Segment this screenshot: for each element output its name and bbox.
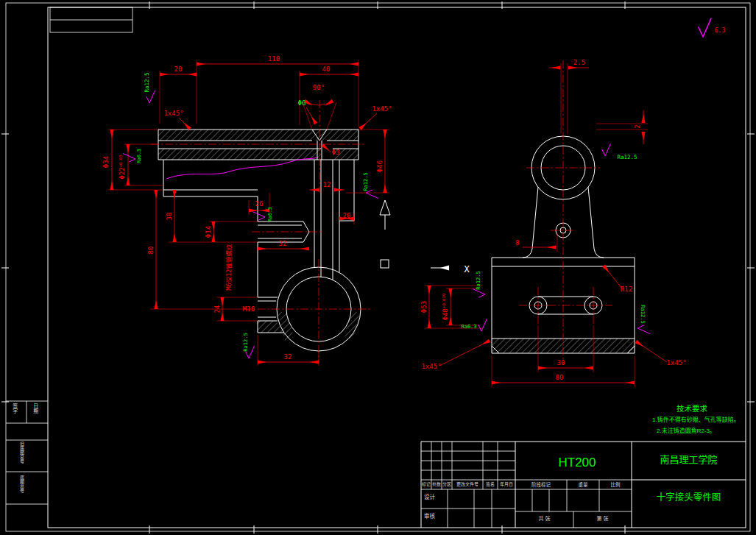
dimension-label: Ra12.5 xyxy=(640,305,646,323)
dimension-label: Ra6.3 xyxy=(267,207,273,222)
cad-drawing-page: 110204090°Φ61x45°1x45°Ra12.5Φ34Φ22+0.03R… xyxy=(0,0,756,535)
dimension-label: 1x45° xyxy=(421,363,441,370)
dimension-label: Φ34 xyxy=(102,156,110,168)
title-block-header-count: 处数 xyxy=(431,482,442,487)
dimension-label: 32 xyxy=(284,353,292,361)
title-block-header-zone: 分区 xyxy=(442,482,452,487)
dimension-label: Ra12.5 xyxy=(363,172,369,191)
tech-requirement-item: 2.未注铸造圆角R2-3。 xyxy=(657,428,716,435)
dimension-label: 30 xyxy=(557,359,565,366)
dimension-label: Φ53 xyxy=(420,301,428,313)
surface-finish-symbols xyxy=(123,18,711,359)
dimension-label: M6深12锥管螺纹 xyxy=(225,244,233,290)
title-block-drawing-title: 十字接头零件图 xyxy=(632,493,746,503)
dimension-label: 1x45° xyxy=(372,105,392,113)
dimension-label: 40 xyxy=(322,65,331,73)
dimension-label: 80 xyxy=(147,247,155,255)
dimension-label: Ra6.3 xyxy=(461,324,476,330)
tech-requirement-item: 1.铸件不得有砂眼、气孔等缺陷。 xyxy=(652,417,740,424)
title-block-label-sheet-no: 第 张 xyxy=(573,516,632,522)
title-block-header-scale: 比例 xyxy=(599,482,632,487)
front-view-outline xyxy=(158,130,361,351)
title-block-school: 南昌理工学院 xyxy=(632,455,746,465)
title-block-header-change-doc: 更改文件号 xyxy=(452,482,483,487)
title-block-material: HT200 xyxy=(523,456,632,470)
dimension-label: Φ22+0.03 xyxy=(119,155,127,179)
title-block-header-stage: 阶段标记 xyxy=(515,482,567,487)
dimension-label: Φ40+0.039 xyxy=(442,294,450,320)
dimension-label: 8 xyxy=(515,239,519,247)
title-block-label-design: 设计 xyxy=(424,495,435,500)
margin-strip-date: 日期 xyxy=(32,403,38,414)
dimension-label: M10 xyxy=(243,305,255,313)
dimension-labels: 110204090°Φ61x45°1x45°Ra12.5Φ34Φ22+0.03R… xyxy=(102,27,725,381)
dimension-label: Φ46 xyxy=(376,160,384,172)
title-block-header-weight: 重量 xyxy=(567,482,599,487)
dimension-label: 26 xyxy=(255,200,264,208)
dimension-label: 2.5 xyxy=(573,59,585,66)
dimension-label: Φ6 xyxy=(298,99,306,107)
title-block-label-sheets: 共 张 xyxy=(515,516,573,522)
dimension-label: X xyxy=(464,264,470,274)
dimension-label: 20 xyxy=(174,65,183,73)
dimension-label: 90° xyxy=(313,84,325,91)
margin-strip-old-no: 旧底图总号 xyxy=(19,442,24,464)
dimension-label: 80 xyxy=(556,374,564,381)
title-block-header-date: 年月日 xyxy=(498,482,515,487)
dimension-label: 110 xyxy=(268,55,280,63)
dimension-label: 38 xyxy=(166,213,173,221)
break-line xyxy=(166,157,317,179)
dimension-label: 24 xyxy=(213,305,221,313)
sheet-frame xyxy=(1,1,755,534)
dimension-label: 32 xyxy=(279,240,287,247)
dimension-label: 1x45° xyxy=(666,359,686,366)
dimension-label: 2 xyxy=(634,124,641,128)
dimension-label: 12 xyxy=(323,181,331,188)
dimension-label: R12 xyxy=(621,286,632,293)
dimension-label: Ra12.5 xyxy=(243,333,249,351)
dimension-label: 6.3 xyxy=(715,27,726,34)
title-block-label-check: 审核 xyxy=(424,514,435,520)
dimension-label: Φ14 xyxy=(205,226,212,238)
tech-requirements-title: 技术要求 xyxy=(646,405,738,414)
title-block-header-signature: 签名 xyxy=(483,482,498,487)
margin-strip-no: 底图总号 xyxy=(19,475,24,493)
section-view-symbols xyxy=(380,200,449,268)
margin-strip-lines xyxy=(6,401,48,504)
dimension-label: 20 xyxy=(343,212,351,219)
dimension-label: Ra12.5 xyxy=(476,271,481,289)
margin-strip-signature: 签字 xyxy=(12,403,18,414)
title-block-header-mark: 标记 xyxy=(421,482,431,487)
dimension-label: Ra12.5 xyxy=(144,72,150,92)
dimension-label: Ra6.3 xyxy=(136,149,142,163)
dimension-label: Ra12.5 xyxy=(617,154,637,160)
dimension-label: 1x45° xyxy=(163,110,183,117)
dimension-label: Φ3 xyxy=(332,149,340,156)
